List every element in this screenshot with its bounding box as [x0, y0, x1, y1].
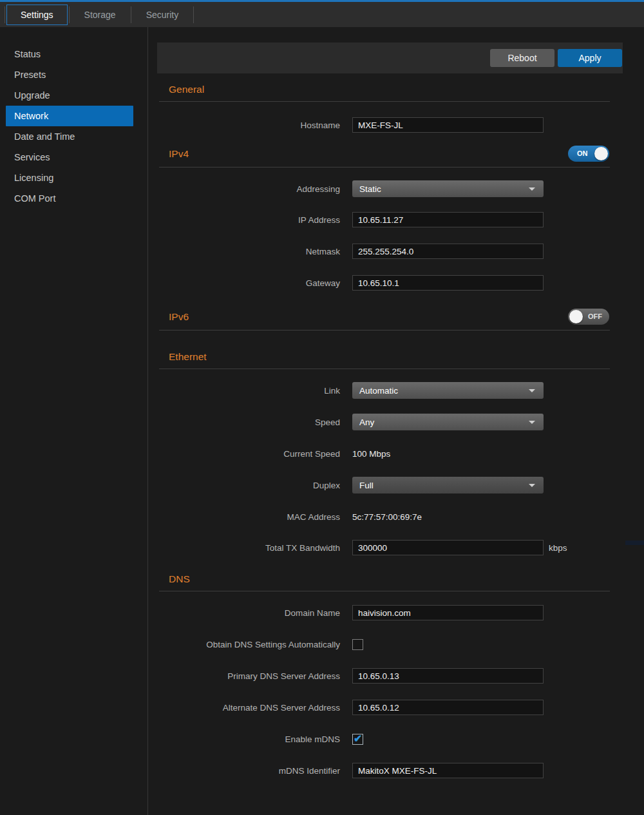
duplex-row: Duplex Full	[157, 477, 623, 494]
total-tx-bandwidth-label: Total TX Bandwidth	[157, 543, 340, 553]
ipv4-section-header: IPv4 ON	[157, 146, 623, 167]
mac-address-row: MAC Address 5c:77:57:00:69:7e	[157, 508, 623, 525]
section-divider	[159, 591, 610, 591]
tab-settings[interactable]: Settings	[6, 5, 68, 25]
speed-dropdown[interactable]: Any	[352, 414, 544, 430]
link-value: Automatic	[359, 386, 398, 396]
link-row: Link Automatic	[157, 382, 623, 399]
current-speed-value: 100 Mbps	[352, 449, 390, 459]
ipv4-section-title: IPv4	[169, 148, 189, 160]
addressing-value: Static	[359, 184, 381, 194]
tab-separator	[131, 6, 131, 23]
netmask-row: Netmask	[157, 244, 623, 259]
sidebar-item-date-and-time[interactable]: Date and Time	[0, 126, 147, 147]
domain-name-input[interactable]	[352, 605, 544, 620]
ipv4-toggle-label: ON	[577, 149, 588, 157]
general-section-header: General	[157, 84, 623, 101]
addressing-dropdown[interactable]: Static	[352, 180, 544, 197]
hostname-row: Hostname	[157, 117, 623, 133]
speed-value: Any	[359, 417, 374, 427]
speed-row: Speed Any	[157, 414, 623, 430]
total-tx-bandwidth-row: Total TX Bandwidth kbps	[157, 540, 623, 555]
ethernet-section-header: Ethernet	[157, 351, 623, 369]
section-divider	[159, 369, 610, 369]
ip-address-input[interactable]	[352, 212, 544, 227]
toggle-knob	[594, 147, 608, 160]
mdns-identifier-input[interactable]	[352, 763, 544, 778]
ethernet-section-title: Ethernet	[169, 351, 207, 363]
gateway-row: Gateway	[157, 275, 623, 291]
dns-section-header: DNS	[157, 573, 623, 591]
mdns-identifier-label: mDNS Identifier	[157, 766, 340, 776]
mac-address-label: MAC Address	[157, 512, 340, 522]
tab-separator	[69, 6, 70, 23]
total-tx-bandwidth-input[interactable]	[352, 540, 544, 555]
hostname-input[interactable]	[352, 117, 544, 133]
link-dropdown[interactable]: Automatic	[352, 382, 544, 399]
tab-storage[interactable]: Storage	[71, 5, 129, 24]
mac-address-value: 5c:77:57:00:69:7e	[352, 512, 422, 522]
alternate-dns-row: Alternate DNS Server Address	[157, 700, 623, 715]
tab-security[interactable]: Security	[133, 5, 193, 24]
speed-label: Speed	[157, 417, 340, 427]
ipv6-section-title: IPv6	[169, 311, 189, 323]
main-layout: Status Presets Upgrade Network Date and …	[0, 27, 644, 815]
ip-address-row: IP Address	[157, 212, 623, 227]
dns-section-title: DNS	[169, 573, 190, 585]
sidebar-item-presets[interactable]: Presets	[0, 64, 147, 85]
duplex-dropdown[interactable]: Full	[352, 477, 544, 494]
scrollbar-thumb[interactable]	[625, 541, 644, 545]
reboot-button[interactable]: Reboot	[490, 49, 554, 67]
sidebar-item-licensing[interactable]: Licensing	[0, 168, 147, 188]
enable-mdns-row: Enable mDNS	[157, 731, 623, 747]
mdns-identifier-row: mDNS Identifier	[157, 763, 623, 778]
ipv6-toggle[interactable]: OFF	[568, 309, 609, 325]
section-divider	[159, 167, 610, 168]
addressing-label: Addressing	[157, 184, 340, 194]
alternate-dns-label: Alternate DNS Server Address	[157, 703, 340, 713]
link-label: Link	[157, 386, 340, 396]
tab-separator	[193, 6, 194, 23]
settings-sidebar: Status Presets Upgrade Network Date and …	[0, 27, 148, 815]
current-speed-row: Current Speed 100 Mbps	[157, 445, 623, 462]
general-section-title: General	[169, 84, 204, 95]
duplex-value: Full	[359, 481, 374, 490]
obtain-dns-row: Obtain DNS Settings Automatically	[157, 637, 623, 652]
obtain-dns-label: Obtain DNS Settings Automatically	[157, 640, 340, 649]
toggle-knob	[569, 310, 583, 323]
apply-button[interactable]: Apply	[558, 49, 622, 67]
action-toolbar: Reboot Apply	[157, 43, 623, 73]
domain-name-row: Domain Name	[157, 605, 623, 620]
bandwidth-unit-label: kbps	[549, 543, 567, 553]
ipv6-section-header: IPv6 OFF	[157, 309, 623, 330]
sidebar-item-upgrade[interactable]: Upgrade	[0, 85, 147, 106]
tab-separator	[5, 6, 5, 23]
primary-dns-row: Primary DNS Server Address	[157, 668, 623, 684]
top-tab-bar: Settings Storage Security	[0, 0, 644, 27]
domain-name-label: Domain Name	[157, 608, 340, 618]
obtain-dns-checkbox[interactable]	[352, 639, 363, 650]
addressing-row: Addressing Static	[157, 180, 623, 197]
current-speed-label: Current Speed	[157, 449, 340, 459]
netmask-label: Netmask	[157, 247, 340, 256]
sidebar-item-services[interactable]: Services	[0, 147, 147, 168]
gateway-input[interactable]	[352, 275, 544, 291]
primary-dns-input[interactable]	[352, 668, 544, 684]
ipv6-toggle-label: OFF	[588, 312, 602, 320]
sidebar-item-status[interactable]: Status	[0, 44, 147, 64]
network-settings-page: Reboot Apply General Hostname IPv4 ON Ad…	[148, 27, 644, 815]
netmask-input[interactable]	[352, 244, 544, 259]
enable-mdns-label: Enable mDNS	[157, 734, 340, 744]
section-divider	[159, 330, 610, 331]
alternate-dns-input[interactable]	[352, 700, 544, 715]
ipv4-toggle[interactable]: ON	[568, 146, 609, 162]
sidebar-item-network[interactable]: Network	[6, 106, 133, 126]
hostname-label: Hostname	[157, 120, 340, 130]
section-divider	[159, 101, 610, 102]
primary-dns-label: Primary DNS Server Address	[157, 671, 340, 681]
gateway-label: Gateway	[157, 278, 340, 288]
sidebar-item-com-port[interactable]: COM Port	[0, 188, 147, 209]
enable-mdns-checkbox[interactable]	[352, 734, 363, 745]
duplex-label: Duplex	[157, 481, 340, 490]
ip-address-label: IP Address	[157, 215, 340, 225]
